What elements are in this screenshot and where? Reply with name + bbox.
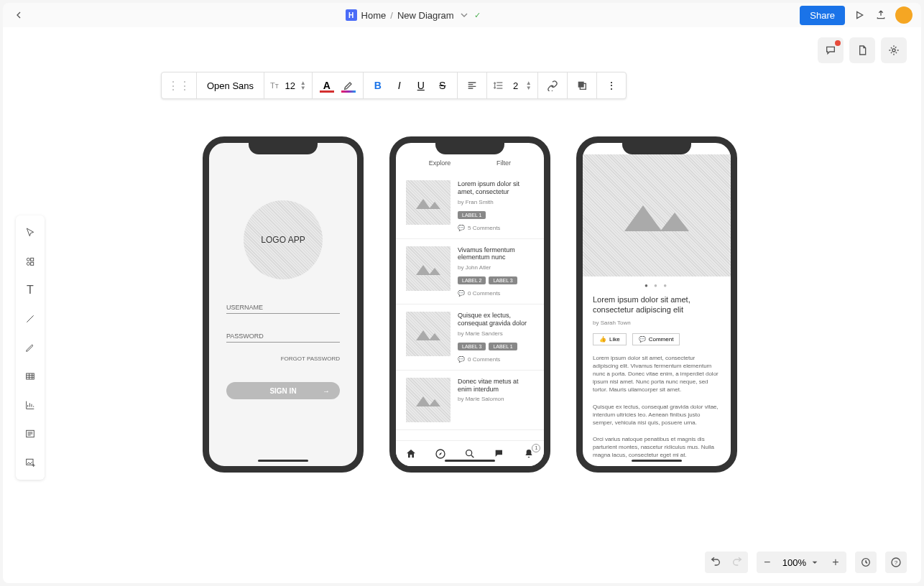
thumbs-up-icon: 👍 [599,336,606,343]
action-row: 👍Like 💬Comment [593,333,721,345]
feed-item: Lorem ipsum dolor sit amet, consectetur … [396,173,544,239]
nav-notifications: 1 [523,448,535,460]
gear-icon [888,45,900,56]
feed-author: by John Atler [458,264,534,271]
phone-detail[interactable]: ● ● ● Lorem ipsum dolor sit amet, consec… [576,136,737,473]
canvas[interactable]: ⋮⋮ Open Sans Tт 12 ▲▼ A B I U S [3,27,921,583]
pen-tool[interactable] [20,338,40,358]
svg-point-11 [466,450,472,455]
more-button[interactable]: ⋮ [603,77,620,94]
help-button[interactable]: ? [885,552,907,573]
settings-button[interactable] [881,37,907,63]
line-tool[interactable] [20,309,40,329]
pages-button[interactable] [849,37,875,63]
undo-button[interactable] [705,552,726,573]
login-screen: LOGO APP USERNAME PASSWORD FORGOT PASSWO… [209,143,357,399]
feed-comments: 💬0 Comments [458,290,534,297]
line-height-input[interactable]: 2 ▲▼ [509,80,532,91]
compass-icon [435,448,446,460]
form-tool[interactable] [20,424,40,444]
svg-rect-1 [578,82,583,88]
export-icon [875,9,887,21]
undo-icon [710,557,721,568]
svg-rect-7 [27,373,34,379]
undo-redo-group [705,552,748,573]
chart-tool[interactable] [20,395,40,415]
zoom-level[interactable]: 100% [778,557,825,568]
text-size-icon: Tт [270,81,279,90]
zoom-out-button[interactable]: − [757,552,778,573]
export-button[interactable] [874,8,888,22]
zoom-in-button[interactable]: + [825,552,846,573]
comments-button[interactable] [818,37,844,63]
feed-content: Quisque ex lectus, consequat gravida dol… [458,312,534,363]
line-icon [24,313,36,325]
play-icon [854,9,865,21]
detail-author: by Sarah Town [593,320,721,326]
back-button[interactable] [11,8,26,22]
avatar[interactable] [895,6,913,24]
breadcrumb-diagram[interactable]: New Diagram [397,10,454,21]
feed-content: Lorem ipsum dolor sit amet, consectetur … [458,180,534,231]
select-tool[interactable] [20,223,40,243]
feed-comments: 💬5 Comments [458,225,534,231]
svg-rect-4 [31,258,34,261]
chevron-down-icon[interactable] [458,9,470,21]
font-selector[interactable]: Open Sans [203,80,258,91]
detail-title: Lorem ipsum dolor sit amet, consectetur … [593,294,721,315]
table-tool[interactable] [20,366,40,386]
search-icon [464,448,476,460]
shapes-tool[interactable] [20,251,40,271]
layers-button[interactable] [573,77,591,94]
font-size-input[interactable]: 12 ▲▼ [283,80,306,91]
svg-point-0 [892,49,895,52]
comment-icon: 💬 [458,356,465,363]
text-color-button[interactable]: A [318,77,336,94]
drag-handle-icon[interactable]: ⋮⋮ [167,79,190,93]
pencil-icon [24,342,36,353]
feed-labels: LABEL 3LABEL 1 [458,343,534,350]
svg-rect-6 [31,262,34,265]
breadcrumb: H Home / New Diagram ✓ [26,9,800,21]
underline-button[interactable]: U [412,77,430,94]
cursor-icon [24,227,36,238]
feed-title: Lorem ipsum dolor sit amet, consectetur [458,180,534,196]
highlight-button[interactable] [340,77,357,94]
home-icon [405,448,417,460]
share-button[interactable]: Share [800,6,845,25]
italic-button[interactable]: I [391,77,408,94]
left-toolbar: T [16,215,45,480]
feed-author: by Marie Sanders [458,330,534,337]
strikethrough-button[interactable]: S [434,77,451,94]
tab-explore: Explore [429,159,451,167]
text-toolbar: ⋮⋮ Open Sans Tт 12 ▲▼ A B I U S [161,72,627,99]
feed-author: by Marie Salomon [458,396,534,402]
password-field: PASSWORD [226,332,340,343]
phone-feed[interactable]: Explore Filter Lorem ipsum dolor sit ame… [389,136,550,473]
nav-messages [494,448,505,460]
present-button[interactable] [852,8,867,22]
form-icon [24,428,36,440]
label-chip: LABEL 2 [458,276,486,284]
link-button[interactable] [544,77,561,94]
home-icon[interactable]: H [346,9,357,21]
shapes-icon [24,256,36,267]
detail-body: Lorem ipsum dolor sit amet, consectetur … [583,289,731,465]
text-tool[interactable]: T [20,280,40,300]
label-chip: LABEL 1 [458,211,486,219]
signin-button: SIGN IN → [226,382,340,399]
layers-icon [576,80,588,91]
bold-button[interactable]: B [369,77,387,94]
phone-login[interactable]: LOGO APP USERNAME PASSWORD FORGOT PASSWO… [203,136,364,473]
redo-button[interactable] [726,552,748,573]
phone-notch [249,141,318,154]
history-button[interactable] [855,552,877,573]
breadcrumb-home[interactable]: Home [361,10,387,21]
align-button[interactable] [463,77,481,94]
chat-icon [825,45,836,56]
detail-paragraph-2: Quisque ex lectus, consequat gravida dol… [593,403,721,427]
image-plus-icon [24,457,36,468]
image-tool[interactable] [20,452,40,473]
messages-icon [494,448,505,460]
svg-text:?: ? [895,559,898,566]
